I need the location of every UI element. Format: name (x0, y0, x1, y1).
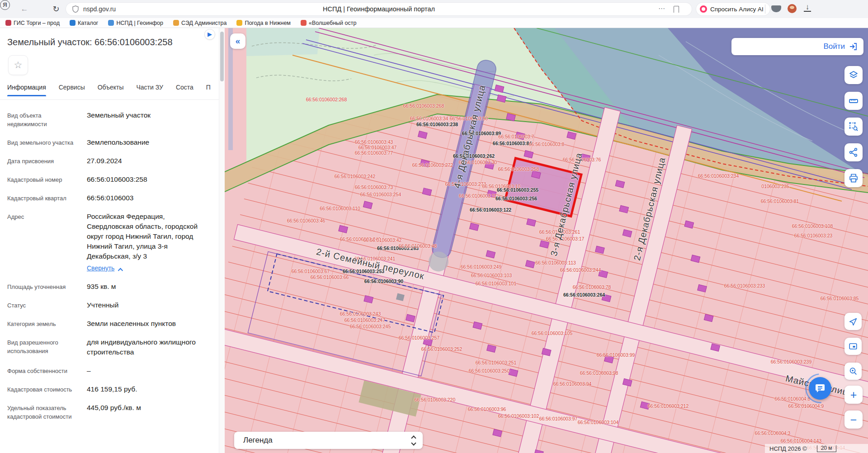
bookmark-flag-icon[interactable] (674, 6, 679, 13)
downloads-icon[interactable]: ↓ (804, 3, 811, 12)
field-value: 66:56:0106003:258 (87, 175, 213, 184)
minimap-icon (848, 341, 858, 351)
parcel-label: 66:56:0106003:255 (497, 187, 538, 193)
login-arrow-icon (849, 42, 857, 51)
parcel-label: 66:56:0106003:256 (495, 196, 537, 201)
bookmark-item[interactable]: НСПД | Геоинфор (108, 20, 163, 26)
profile-avatar[interactable] (788, 4, 797, 13)
favorite-star-button[interactable]: ☆ (8, 55, 28, 75)
panel-scrollbar[interactable] (219, 28, 225, 453)
addressbar-menu-icon[interactable]: ⋯ (658, 5, 665, 13)
field-value: 66:56:0106003 (87, 193, 213, 203)
yandex-logo-icon[interactable]: Я (0, 0, 10, 10)
parcel-label: 66:56:0106003:42 (363, 237, 402, 243)
chat-button[interactable] (809, 377, 831, 400)
spatial-search-button[interactable] (844, 118, 863, 136)
panel-collapse-button[interactable]: « (230, 33, 245, 49)
parcel-label: 66:56:0106003:238 (416, 122, 458, 127)
field-label: Категория земель (7, 319, 75, 329)
parcel-label: 66:56:0106003:102 (498, 413, 539, 419)
parcel-label: 66:56:0106003:233 (724, 283, 765, 288)
bookmark-favicon (173, 20, 179, 26)
parcel-label: 66:56:0106003:264 (563, 292, 605, 297)
field-value: 27.09.2024 (87, 156, 213, 166)
parcel-label: 66:56:0106003:113 (535, 260, 576, 265)
alice-button[interactable]: Спросить Алису AI (696, 3, 770, 15)
parcel-label: 66:56:0106003:66 (311, 274, 349, 280)
field-value: Российская Федерация, Свердловская облас… (87, 212, 213, 273)
parcel-label: 66:56:0106003:85 (821, 296, 859, 301)
field-label: Вид объекта недвижимости (7, 110, 75, 129)
zoom-out-button[interactable]: − (844, 411, 863, 429)
parcel-label: 66:56:0106004:143 (781, 438, 822, 444)
parcel-label: 66:56:0106003:73 (355, 184, 393, 190)
collapse-address-link[interactable]: Свернуть (87, 264, 114, 273)
bookmark-item[interactable]: Погода в Нижнем (236, 20, 291, 26)
field-label: Вид разрешенного использования (7, 337, 75, 357)
ruler-icon (848, 95, 859, 106)
field-label: Вид земельного участка (7, 137, 75, 147)
zoom-in-button[interactable]: + (844, 386, 863, 404)
parcel-label: 66:56:0106003:254 (360, 192, 401, 197)
parcel-label: 66:56:0106003:11 (459, 193, 497, 198)
scrollbar-thumb[interactable] (220, 32, 224, 81)
field-row: Дата присвоения27.09.2024 (7, 156, 213, 166)
back-icon[interactable]: ← (19, 4, 30, 14)
tab-Части ЗУ[interactable]: Части ЗУ (136, 84, 163, 96)
field-row: Вид разрешенного использованиядля индиви… (7, 337, 213, 357)
tab-Информация[interactable]: Информация (7, 84, 46, 96)
print-icon (848, 173, 859, 184)
tab-Объекты[interactable]: Объекты (98, 84, 124, 96)
share-button[interactable] (844, 143, 863, 161)
field-row: Форма собственности– (7, 366, 213, 376)
field-value: 445,09 руб./кв. м (87, 403, 213, 421)
parcel-label: 66:56:0106003:103 (471, 273, 512, 278)
bookmark-item[interactable]: ГИС Торги – прод (5, 20, 60, 26)
map-canvas[interactable]: 66:56:0106002:26866:56:0106003:26866:56:… (225, 28, 868, 453)
chat-bubble-icon (814, 382, 826, 394)
parcel-label: 66:56:0106003:90 (364, 278, 403, 284)
address-bar[interactable]: nspd.gov.ru НСПД | Геоинформационный пор… (66, 3, 692, 15)
field-label: Кадастровый квартал (7, 193, 75, 203)
tabs-scroll-right-button[interactable]: ▶ (204, 29, 215, 40)
layers-button[interactable] (844, 66, 863, 84)
bookmark-favicon (236, 20, 242, 26)
parcel-label: 66:56:0106003:110 (320, 206, 360, 211)
bookmark-item[interactable]: «Волшебный остр (301, 20, 356, 26)
field-value: Земли населенных пунктов (87, 319, 213, 329)
parcel-label: 66:56:0106003:251 (476, 360, 517, 365)
field-row: Удельный показатель кадастровой стоимост… (7, 403, 213, 421)
parcel-label: 66:56:0106003:34 (410, 116, 448, 121)
place-search-button[interactable] (844, 363, 862, 380)
parcel-label: 66:56:0106003:234 (698, 173, 739, 179)
field-row: Площадь уточненная935 кв. м (7, 282, 213, 292)
ruler-button[interactable] (844, 92, 863, 110)
bookmark-item[interactable]: СЭД Администра (173, 20, 226, 26)
page-title: НСПД | Геоинформационный портал (66, 5, 692, 13)
spatial-search-icon (848, 121, 859, 132)
print-button[interactable] (844, 169, 863, 187)
field-row: СтатусУчтенный (7, 300, 213, 310)
login-button[interactable]: Войти (731, 38, 863, 55)
legend-panel[interactable]: Легенда (234, 432, 423, 449)
bookmark-item[interactable]: Каталог (70, 20, 98, 26)
minimap-button[interactable] (844, 338, 862, 355)
parcel-label: 66:56:0106003:273 (445, 181, 486, 187)
alice-icon (700, 5, 707, 13)
parcel-label: 66:56:0106003:81 (761, 198, 799, 204)
extension-icon[interactable] (771, 5, 781, 12)
field-label: Форма собственности (7, 366, 75, 376)
reload-icon[interactable]: ↻ (51, 4, 61, 14)
caret-up-icon (118, 268, 123, 273)
tab-Соста[interactable]: Соста (176, 84, 193, 96)
locate-me-button[interactable] (844, 313, 862, 330)
field-value: для индивидуального жилищного строительс… (87, 337, 213, 357)
parcel-label: 66:56:0106003:245 (350, 324, 391, 329)
parcel-label: 66:56:0106003:8 (529, 142, 565, 147)
parcel-label: 66:56:0106003:252 (421, 346, 462, 352)
tab-П[interactable]: П (206, 84, 211, 96)
parcel-label: 66:56:0106003:43 (355, 139, 393, 145)
parcel-label: 66:56:0106003:98 (580, 370, 618, 376)
parcel-label: 66:56:0106003:250 (469, 368, 510, 373)
tab-Сервисы[interactable]: Сервисы (59, 84, 85, 96)
